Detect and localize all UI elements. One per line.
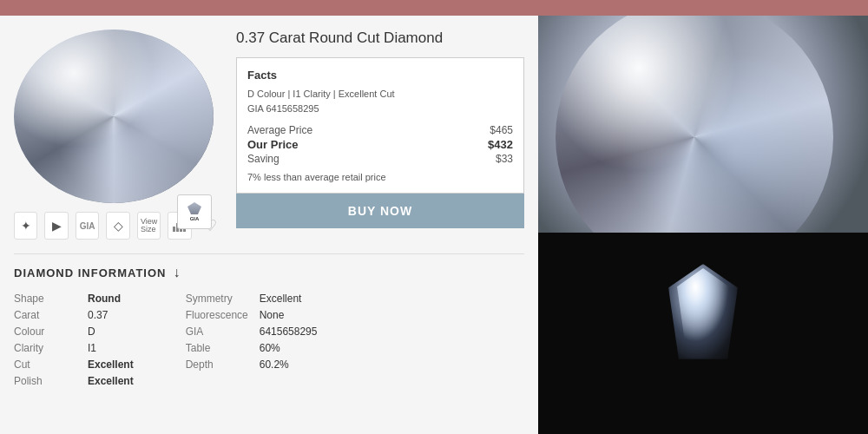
table-row: Polish Excellent [14,375,134,387]
table-row: GIA 6415658295 [186,326,318,338]
size-btn[interactable]: ViewSize [137,212,161,240]
video-btn[interactable]: ▶ [44,212,68,240]
facts-title: Facts [247,69,513,82]
cut-value: Excellent [88,358,134,371]
shape-value: Round [88,293,121,305]
symmetry-value: Excellent [260,293,302,305]
table-label: Table [186,342,242,354]
table-value: 60% [260,342,280,354]
gia-label: GIA [186,326,242,338]
right-panel [538,16,868,434]
diamond-main-image [14,30,214,203]
diamond-info-title: DIAMOND INFORMATION [14,266,166,279]
sparkle-view-btn[interactable]: ✦ [14,212,37,240]
buy-now-button[interactable]: BUY NOW [236,194,524,228]
our-price-label: Our Price [247,138,299,151]
info-column-right: Symmetry Excellent Fluorescence None GIA… [186,293,318,387]
savings-note: 7% less than average retail price [247,172,513,182]
product-title: 0.37 Carat Round Cut Diamond [236,30,524,47]
360-btn[interactable]: GIA [76,212,99,240]
polish-label: Polish [14,375,70,387]
saving-value: $33 [496,153,513,165]
carat-value: 0.37 [88,309,108,321]
table-row: Table 60% [186,342,318,354]
diamond-dark-background [538,233,868,434]
facts-box: Facts D Colour | I1 Clarity | Excellent … [236,57,524,194]
table-row: Fluorescence None [186,309,318,321]
table-row: Clarity I1 [14,342,134,354]
shape-label: Shape [14,293,70,305]
our-price-row: Our Price $432 [247,138,513,151]
saving-row: Saving $33 [247,153,513,165]
average-price-label: Average Price [247,124,312,136]
saving-label: Saving [247,153,279,165]
table-row: Cut Excellent [14,358,134,371]
gia-badge: GIA [177,194,212,229]
symmetry-label: Symmetry [186,293,242,305]
polish-value: Excellent [88,375,134,387]
product-area: GIA ✦ ▶ GIA ◇ ViewSize [14,30,524,240]
info-grid: Shape Round Carat 0.37 Colour D Clarity … [14,293,524,387]
our-price-value: $432 [488,138,513,151]
clarity-label: Clarity [14,342,70,354]
svg-rect-0 [173,227,175,232]
diamond-sparkle-image [651,264,755,403]
table-row: Symmetry Excellent [186,293,318,305]
gia-diamond-icon [187,202,201,214]
cut-label: Cut [14,358,70,371]
average-price-value: $465 [490,124,513,136]
table-row: Colour D [14,326,134,338]
depth-label: Depth [186,358,242,371]
diamond-large-image [538,16,868,233]
info-column-left: Shape Round Carat 0.37 Colour D Clarity … [14,293,134,387]
colour-value: D [88,326,95,338]
fluorescence-label: Fluorescence [186,309,242,321]
fluorescence-value: None [260,309,285,321]
table-row: Depth 60.2% [186,358,318,371]
down-arrow-icon: ↓ [173,265,180,280]
average-price-row: Average Price $465 [247,124,513,136]
table-row: Carat 0.37 [14,309,134,321]
carat-label: Carat [14,309,70,321]
clarity-value: I1 [88,342,96,354]
gia-value: 6415658295 [260,326,318,338]
diamond-image-container: GIA ✦ ▶ GIA ◇ ViewSize [14,30,222,240]
depth-value: 60.2% [260,358,289,371]
diamond-icon-btn[interactable]: ◇ [106,212,129,240]
left-panel: GIA ✦ ▶ GIA ◇ ViewSize [0,16,538,434]
gia-badge-text: GIA [190,216,200,221]
colour-label: Colour [14,326,70,338]
diamond-info-header: DIAMOND INFORMATION ↓ [14,265,524,280]
diamond-info-section: DIAMOND INFORMATION ↓ Shape Round Carat … [14,253,524,387]
main-content: GIA ✦ ▶ GIA ◇ ViewSize [0,16,868,434]
info-panel: 0.37 Carat Round Cut Diamond Facts D Col… [236,30,524,240]
top-bar [0,0,868,16]
table-row: Shape Round [14,293,134,305]
facts-line1: D Colour | I1 Clarity | Excellent Cut GI… [247,87,513,115]
